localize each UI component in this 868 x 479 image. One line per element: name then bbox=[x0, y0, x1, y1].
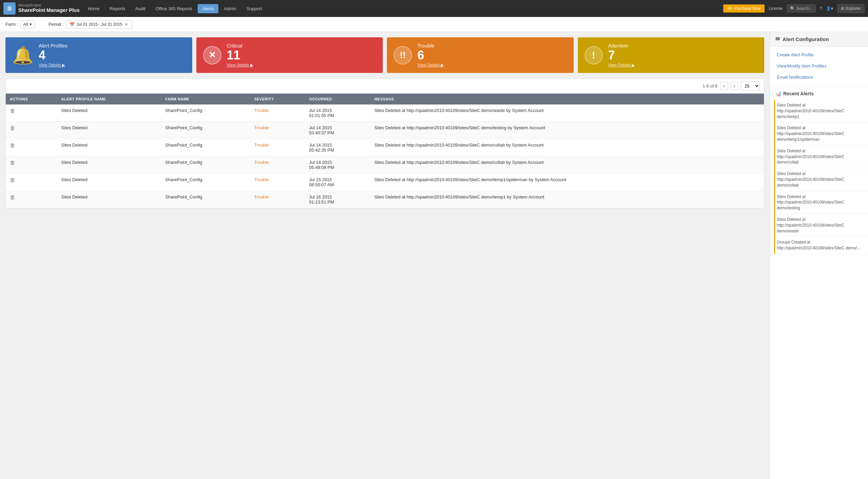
message-cell: Sites Deleted at http://spadmin2010:4010… bbox=[370, 122, 764, 139]
pagination-prev-button[interactable]: ‹ bbox=[720, 82, 728, 90]
license-link[interactable]: License bbox=[769, 6, 783, 11]
table-row: 🗑 Sites Deleted SharePoint_Config Troubl… bbox=[6, 156, 764, 174]
view-modify-profiles-link[interactable]: View/Modify Alert Profiles bbox=[770, 60, 868, 72]
severity-cell: Trouble bbox=[250, 191, 305, 208]
layout: 🔔 Alert Profiles 4 View Details ▶ ✕ Crit… bbox=[0, 32, 868, 479]
period-input[interactable]: 📅 Jul 01 2015 - Jul 31 2015 ✕ bbox=[66, 20, 132, 29]
table-row: 🗑 Sites Deleted SharePoint_Config Troubl… bbox=[6, 104, 764, 122]
farm-dropdown[interactable]: All ▾ bbox=[20, 20, 35, 28]
help-link[interactable]: ? bbox=[820, 6, 822, 11]
delete-button[interactable]: 🗑 bbox=[10, 177, 15, 183]
recent-alert-item[interactable]: Sites Deleted at http://spadmin2010:4010… bbox=[770, 100, 868, 122]
purchase-button[interactable]: 🪙 Purchase Now bbox=[723, 4, 765, 13]
alert-config-header: ✉ Alert Configuration bbox=[770, 32, 868, 46]
user-icon[interactable]: 👤▾ bbox=[826, 6, 833, 11]
message-cell: Sites Deleted at http://spadmin2010:4010… bbox=[370, 139, 764, 156]
period-close-button[interactable]: ✕ bbox=[124, 22, 129, 27]
critical-link[interactable]: View Details ▶ bbox=[227, 63, 253, 68]
trouble-link[interactable]: View Details ▶ bbox=[417, 63, 444, 68]
critical-card: ✕ Critical 11 View Details ▶ bbox=[196, 37, 383, 73]
recent-alert-item[interactable]: Sites Deleted at http://spadmin2010:4010… bbox=[770, 122, 868, 145]
occurred-cell: Jul 14 2015 03:40:37 PM bbox=[305, 122, 370, 139]
occurred-cell: Jul 16 2015 01:13:51 PM bbox=[305, 191, 370, 208]
occurred-cell: Jul 15 2015 08:50:07 AM bbox=[305, 174, 370, 191]
col-profile-name: ALERT PROFILE NAME bbox=[57, 94, 161, 104]
search-box[interactable]: 🔍 Search... bbox=[787, 4, 816, 13]
page-size-select[interactable]: 25 50 100 bbox=[741, 81, 760, 91]
nav-office365[interactable]: Office 365 Reports bbox=[151, 4, 197, 13]
purchase-label: Purchase Now bbox=[734, 6, 761, 11]
email-notifications-link[interactable]: Email Notifications bbox=[770, 72, 868, 83]
svg-text:S: S bbox=[8, 6, 11, 11]
table-toolbar: 1-6 of 6 ‹ › 25 50 100 bbox=[6, 79, 764, 94]
col-severity: SEVERITY bbox=[250, 94, 305, 104]
explorer-button[interactable]: ⊞ Explorer bbox=[837, 4, 865, 13]
brand-title: SharePoint Manager Plus bbox=[18, 7, 80, 13]
pagination-info: 1-6 of 6 bbox=[703, 83, 717, 89]
alerts-table: ACTIONS ALERT PROFILE NAME FARM NAME SEV… bbox=[6, 94, 764, 208]
nav-reports[interactable]: Reports bbox=[105, 4, 130, 13]
recent-alert-item[interactable]: Groups Created at http://spadmin2010:401… bbox=[770, 237, 868, 254]
recent-alerts-title: Recent Alerts bbox=[783, 91, 814, 96]
sidebar: ✉ Alert Configuration Create Alert Profi… bbox=[770, 32, 868, 479]
create-alert-profile-link[interactable]: Create Alert Profile bbox=[770, 49, 868, 60]
critical-count: 11 bbox=[227, 49, 253, 61]
action-cell: 🗑 bbox=[6, 191, 57, 208]
alert-profiles-link[interactable]: View Details ▶ bbox=[39, 63, 67, 68]
farm-label: Farm : bbox=[5, 22, 18, 27]
attention-card: ! Attention 7 View Details ▶ bbox=[578, 37, 765, 73]
profile-name-cell: Sites Deleted bbox=[57, 104, 161, 122]
critical-title: Critical bbox=[227, 43, 253, 49]
nav-audit[interactable]: Audit bbox=[131, 4, 150, 13]
farm-name-cell: SharePoint_Config bbox=[161, 191, 250, 208]
profile-name-cell: Sites Deleted bbox=[57, 191, 161, 208]
delete-button[interactable]: 🗑 bbox=[10, 108, 15, 114]
farm-name-cell: SharePoint_Config bbox=[161, 104, 250, 122]
delete-button[interactable]: 🗑 bbox=[10, 142, 15, 149]
message-cell: Sites Deleted at http://spadmin2010:4010… bbox=[370, 191, 764, 208]
farm-name-cell: SharePoint_Config bbox=[161, 139, 250, 156]
bar-chart-icon: 📊 bbox=[775, 91, 781, 96]
severity-cell: Trouble bbox=[250, 139, 305, 156]
recent-alert-item[interactable]: Sites Deleted at http://spadmin2010:4010… bbox=[770, 168, 868, 191]
table-row: 🗑 Sites Deleted SharePoint_Config Troubl… bbox=[6, 122, 764, 139]
recent-alert-item[interactable]: Sites Deleted at http://spadmin2010:4010… bbox=[770, 214, 868, 237]
attention-count: 7 bbox=[608, 49, 635, 61]
delete-button[interactable]: 🗑 bbox=[10, 194, 15, 200]
farm-value: All bbox=[23, 22, 28, 27]
main-nav: Home Reports Audit Office 365 Reports Al… bbox=[83, 4, 723, 13]
period-selector: Period : 📅 Jul 01 2015 - Jul 31 2015 ✕ bbox=[48, 20, 132, 29]
occurred-cell: Jul 14 2015 05:49:09 PM bbox=[305, 156, 370, 174]
delete-button[interactable]: 🗑 bbox=[10, 160, 15, 166]
pagination-next-button[interactable]: › bbox=[731, 82, 738, 90]
recent-alerts-header: 📊 Recent Alerts bbox=[770, 87, 868, 98]
brand-me-label: ManageEngine bbox=[18, 4, 41, 7]
recent-alert-item[interactable]: Sites Deleted at http://spadmin2010:4010… bbox=[770, 191, 868, 214]
severity-cell: Trouble bbox=[250, 156, 305, 174]
nav-home[interactable]: Home bbox=[83, 4, 104, 13]
critical-info: Critical 11 View Details ▶ bbox=[227, 43, 253, 68]
trouble-card: !! Trouble 6 View Details ▶ bbox=[387, 37, 574, 73]
nav-alerts[interactable]: Alerts bbox=[198, 4, 218, 13]
message-cell: Sites Deleted at http://spadmin2010:4010… bbox=[370, 174, 764, 191]
recent-alert-item[interactable]: Sites Deleted at http://spadmin2010:4010… bbox=[770, 146, 868, 168]
alerts-table-section: 1-6 of 6 ‹ › 25 50 100 ACTIONS ALERT PRO… bbox=[5, 78, 764, 209]
action-cell: 🗑 bbox=[6, 156, 57, 174]
nav-admin[interactable]: Admin bbox=[219, 4, 241, 13]
trouble-count: 6 bbox=[417, 49, 444, 61]
delete-button[interactable]: 🗑 bbox=[10, 125, 15, 131]
nav-support[interactable]: Support bbox=[242, 4, 267, 13]
col-occurred: OCCURRED bbox=[305, 94, 370, 104]
period-value: Jul 01 2015 - Jul 31 2015 bbox=[77, 22, 122, 27]
farm-name-cell: SharePoint_Config bbox=[161, 174, 250, 191]
top-right: 🪙 Purchase Now License 🔍 Search... ? 👤▾ … bbox=[723, 4, 865, 13]
attention-link[interactable]: View Details ▶ bbox=[608, 63, 635, 68]
action-cell: 🗑 bbox=[6, 122, 57, 139]
alert-profiles-card: 🔔 Alert Profiles 4 View Details ▶ bbox=[5, 37, 192, 73]
critical-icon: ✕ bbox=[203, 46, 221, 64]
brand: S ManageEngine SharePoint Manager Plus bbox=[3, 2, 80, 15]
trouble-info: Trouble 6 View Details ▶ bbox=[417, 43, 444, 68]
recent-alerts-list: Sites Deleted at http://spadmin2010:4010… bbox=[770, 98, 868, 255]
explorer-label: Explorer bbox=[846, 6, 861, 11]
brand-icon: S bbox=[3, 2, 16, 15]
